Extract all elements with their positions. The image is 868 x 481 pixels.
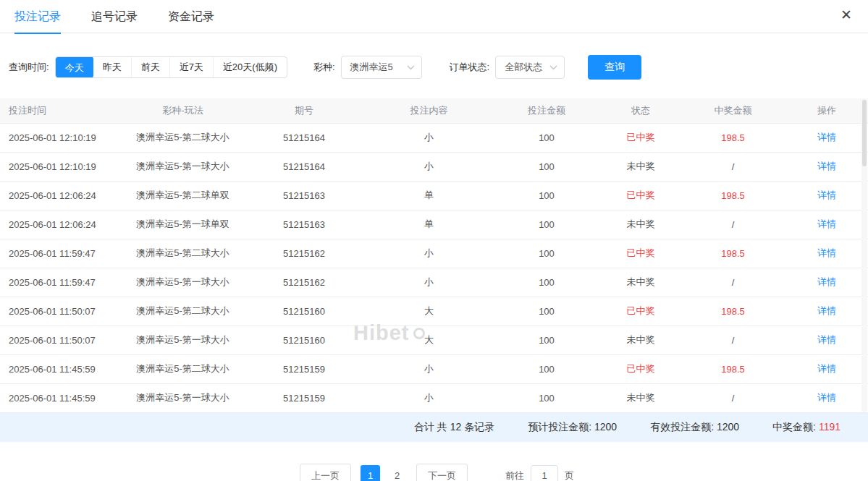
cell-content: 小 — [366, 383, 492, 412]
time-filter-option[interactable]: 昨天 — [93, 57, 131, 77]
detail-link[interactable]: 详情 — [817, 392, 836, 403]
scrollbar[interactable] — [861, 98, 867, 412]
cell-game: 澳洲幸运5-第二球大小 — [123, 239, 243, 268]
cell-amount: 100 — [492, 383, 601, 412]
cell-amount: 100 — [492, 297, 601, 325]
table-row: 2025-06-01 12:06:24澳洲幸运5-第一球单双51215163单1… — [0, 210, 868, 239]
page-number[interactable]: 1 — [361, 465, 380, 481]
cell-issue: 51215163 — [243, 210, 366, 239]
detail-link[interactable]: 详情 — [817, 161, 836, 171]
summary-expected: 预计投注金额: 1200 — [528, 421, 617, 434]
cell-prize: 198.5 — [681, 123, 785, 152]
table-row: 2025-06-01 12:10:19澳洲幸运5-第一球大小51215164小1… — [0, 152, 868, 181]
lottery-select[interactable]: 澳洲幸运5 — [341, 56, 422, 79]
goto-page-input[interactable] — [531, 465, 558, 481]
table-row: 2025-06-01 11:59:47澳洲幸运5-第二球大小51215162小1… — [0, 239, 868, 268]
cell-time: 2025-06-01 12:06:24 — [0, 210, 123, 239]
summary-valid: 有效投注金额: 1200 — [650, 421, 739, 434]
tab-2[interactable]: 追号记录 — [91, 0, 138, 33]
cell-prize: 198.5 — [681, 239, 785, 268]
page-number[interactable]: 2 — [387, 465, 407, 481]
cell-amount: 100 — [492, 181, 601, 210]
goto-page: 前往 页 — [505, 465, 574, 481]
cell-content: 单 — [366, 181, 492, 210]
detail-link[interactable]: 详情 — [817, 132, 836, 142]
chevron-down-icon — [549, 65, 557, 70]
tabs: 投注记录追号记录资金记录 — [14, 0, 245, 33]
cell-status: 未中奖 — [601, 210, 681, 239]
time-filter-option[interactable]: 近20天(低频) — [213, 57, 287, 77]
cell-issue: 51215162 — [243, 268, 366, 297]
cell-time: 2025-06-01 11:45:59 — [0, 383, 123, 412]
next-page-button[interactable]: 下一页 — [416, 464, 468, 481]
chevron-down-icon — [407, 65, 415, 70]
cell-game: 澳洲幸运5-第一球大小 — [123, 325, 243, 354]
cell-game: 澳洲幸运5-第一球单双 — [123, 210, 243, 239]
filter-row: 查询时间: 今天昨天前天近7天近20天(低频) 彩种: 澳洲幸运5 订单状态: … — [0, 33, 868, 98]
cell-status: 已中奖 — [601, 354, 681, 383]
tab-1[interactable]: 投注记录 — [14, 0, 61, 33]
prev-page-button[interactable]: 上一页 — [300, 464, 351, 481]
cell-content: 单 — [366, 210, 492, 239]
time-filter-option[interactable]: 前天 — [131, 57, 169, 77]
time-filter-group: 今天昨天前天近7天近20天(低频) — [55, 56, 287, 78]
close-icon[interactable]: ✕ — [840, 8, 852, 22]
status-select[interactable]: 全部状态 — [495, 56, 565, 79]
status-filter-label: 订单状态: — [450, 61, 490, 74]
time-filter-option[interactable]: 近7天 — [169, 57, 213, 77]
detail-link[interactable]: 详情 — [817, 276, 836, 287]
summary-prize: 中奖金额: 1191 — [772, 421, 840, 434]
cell-time: 2025-06-01 11:59:47 — [0, 268, 123, 297]
cell-prize: 198.5 — [681, 354, 785, 383]
cell-game: 澳洲幸运5-第一球大小 — [123, 268, 243, 297]
cell-amount: 100 — [492, 354, 601, 383]
scrollbar-thumb[interactable] — [862, 100, 867, 166]
cell-amount: 100 — [492, 325, 601, 354]
cell-status: 未中奖 — [601, 325, 681, 354]
time-filter-option[interactable]: 今天 — [56, 56, 93, 78]
cell-content: 小 — [366, 268, 492, 297]
summary-row: 合计 共 12 条记录 预计投注金额: 1200 有效投注金额: 1200 中奖… — [0, 413, 868, 442]
betting-records-panel: 投注记录追号记录资金记录 ✕ 查询时间: 今天昨天前天近7天近20天(低频) 彩… — [0, 0, 868, 481]
cell-issue: 51215159 — [243, 383, 366, 412]
cell-content: 大 — [366, 297, 492, 325]
cell-prize: / — [681, 383, 785, 412]
cell-prize: / — [681, 210, 785, 239]
cell-time: 2025-06-01 11:50:07 — [0, 325, 123, 354]
table-row: 2025-06-01 12:06:24澳洲幸运5-第二球单双51215163单1… — [0, 181, 868, 210]
column-header: 中奖金额 — [681, 98, 785, 123]
cell-content: 小 — [366, 354, 492, 383]
cell-content: 小 — [366, 239, 492, 268]
cell-status: 已中奖 — [601, 123, 681, 152]
cell-prize: / — [681, 268, 785, 297]
cell-amount: 100 — [492, 123, 601, 152]
table-row: 2025-06-01 11:45:59澳洲幸运5-第一球大小51215159小1… — [0, 383, 868, 412]
tab-3[interactable]: 资金记录 — [168, 0, 214, 33]
table-row: 2025-06-01 11:50:07澳洲幸运5-第一球大小51215160大1… — [0, 325, 868, 354]
column-header: 投注时间 — [0, 98, 123, 123]
detail-link[interactable]: 详情 — [817, 218, 836, 229]
cell-time: 2025-06-01 11:50:07 — [0, 297, 123, 325]
lottery-select-value: 澳洲幸运5 — [350, 61, 393, 74]
detail-link[interactable]: 详情 — [817, 334, 836, 345]
cell-issue: 51215160 — [243, 325, 366, 354]
cell-amount: 100 — [492, 239, 601, 268]
detail-link[interactable]: 详情 — [817, 363, 836, 374]
table-row: 2025-06-01 11:50:07澳洲幸运5-第二球大小51215160大1… — [0, 297, 868, 325]
cell-issue: 51215160 — [243, 297, 366, 325]
detail-link[interactable]: 详情 — [817, 247, 836, 258]
cell-issue: 51215159 — [243, 354, 366, 383]
cell-status: 未中奖 — [601, 383, 681, 412]
cell-status: 已中奖 — [601, 239, 681, 268]
cell-amount: 100 — [492, 268, 601, 297]
column-header: 投注金额 — [492, 98, 601, 123]
detail-link[interactable]: 详情 — [817, 190, 836, 200]
cell-time: 2025-06-01 12:10:19 — [0, 123, 123, 152]
query-button[interactable]: 查询 — [588, 55, 641, 80]
detail-link[interactable]: 详情 — [817, 305, 836, 316]
cell-game: 澳洲幸运5-第二球大小 — [123, 123, 243, 152]
cell-amount: 100 — [492, 152, 601, 181]
cell-content: 大 — [366, 325, 492, 354]
cell-status: 已中奖 — [601, 181, 681, 210]
cell-time: 2025-06-01 11:59:47 — [0, 239, 123, 268]
